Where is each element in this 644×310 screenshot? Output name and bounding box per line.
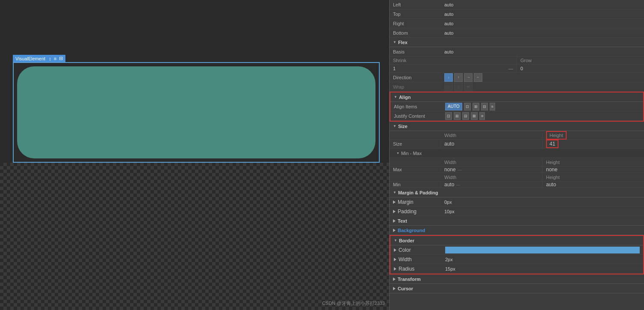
- transform-label: Transform: [398, 277, 421, 282]
- size-values-row: Size auto 41: [390, 140, 644, 149]
- direction-label: Direction: [393, 75, 444, 80]
- align-auto-btn[interactable]: AUTO: [445, 103, 462, 110]
- padding-value: 10px: [444, 209, 641, 214]
- flex-section-header: ▼ Flex: [390, 38, 644, 47]
- text-arrow: [393, 219, 396, 223]
- text-section-header: Text: [390, 216, 644, 226]
- align-btn-2[interactable]: ⊞: [473, 103, 479, 110]
- wrap-btn-3[interactable]: ↵: [464, 83, 473, 91]
- dir-btn-4[interactable]: ←: [474, 73, 482, 82]
- border-width-value: 2px: [445, 257, 640, 262]
- max-col-headers: Width Height: [390, 158, 644, 167]
- max-values-row: Max none — none: [390, 167, 644, 173]
- color-bar[interactable]: [445, 247, 640, 253]
- justify-btn-4[interactable]: ⊠: [471, 112, 478, 120]
- wrap-btn-1[interactable]: ⋯: [444, 83, 453, 91]
- justify-btn-2[interactable]: ⊞: [454, 112, 461, 120]
- border-width-arrow: [394, 258, 396, 261]
- align-items-buttons: AUTO ⊡ ⊞ ⊟ ≡: [445, 103, 496, 110]
- justify-content-buttons: ⊡ ⊞ ⊟ ⊠ ≡: [445, 112, 486, 120]
- dir-btn-2[interactable]: ↑: [454, 73, 463, 82]
- min-max-triangle: ▼: [396, 152, 399, 155]
- min-width-value: auto: [444, 182, 454, 188]
- wrap-btn-2[interactable]: ⋮: [454, 83, 463, 91]
- max-width-value: none: [444, 167, 456, 173]
- prop-direction: Direction ↓ ↑ → ←: [390, 73, 644, 82]
- color-label: Color: [399, 247, 411, 253]
- padding-label: Padding: [398, 209, 417, 215]
- size-section-label: Size: [398, 124, 408, 129]
- size-label: Size: [390, 140, 441, 148]
- margin-label: Margin: [398, 199, 414, 205]
- prop-padding: Padding 10px: [390, 207, 644, 216]
- height-value-highlight: 41: [546, 140, 558, 148]
- min-width-col-label: Width: [444, 175, 456, 180]
- border-section-label: Border: [399, 238, 414, 243]
- justify-content-label: Justify Content: [394, 113, 445, 119]
- size-width-cell: auto: [441, 140, 542, 148]
- align-section-label: Align: [399, 95, 411, 100]
- prop-border-radius: Radius 15px: [390, 264, 643, 274]
- min-width-dash: —: [456, 182, 460, 187]
- prop-top: Top auto: [390, 9, 644, 19]
- align-btn-3[interactable]: ⊟: [481, 103, 488, 110]
- border-radius-arrow: [394, 267, 396, 271]
- align-btn-1[interactable]: ⊡: [464, 103, 471, 110]
- prop-left: Left auto: [390, 0, 644, 9]
- border-section: ▼ Border Color Width 2px Radius 15: [390, 235, 644, 274]
- prop-margin: Margin 0px: [390, 197, 644, 207]
- size-height-cell: 41: [543, 140, 644, 148]
- size-section-header: ▼ Size: [390, 122, 644, 131]
- flex-section-label: Flex: [398, 40, 408, 45]
- watermark: CSDN @牙膏上的小苏打2333: [322, 300, 385, 307]
- width-col-label: Width: [444, 133, 456, 138]
- shrink-grow-header-row: Shrink Grow: [390, 57, 644, 65]
- size-height-value: 41: [549, 141, 555, 147]
- max-height-value: none: [546, 167, 558, 173]
- align-btn-4[interactable]: ≡: [490, 103, 495, 110]
- min-values-row: Min auto — auto: [390, 182, 644, 188]
- color-arrow: [394, 248, 396, 252]
- top-value: auto: [444, 12, 641, 17]
- min-height-value: auto: [546, 182, 556, 188]
- element-label[interactable]: VisualElement ↕ ≡ ⊟: [13, 55, 65, 62]
- justify-btn-5[interactable]: ≡: [479, 112, 485, 120]
- align-section: ▼ Align Align Items AUTO ⊡ ⊞ ⊟ ≡ Justify…: [390, 92, 644, 122]
- left-label: Left: [393, 2, 444, 7]
- direction-buttons: ↓ ↑ → ←: [444, 73, 482, 82]
- max-width-col-label: Width: [444, 160, 456, 165]
- element-label-text: VisualElement: [15, 56, 45, 61]
- justify-btn-1[interactable]: ⊡: [445, 112, 452, 120]
- border-radius-label: Radius: [399, 266, 414, 272]
- right-label: Right: [393, 21, 444, 26]
- min-max-label: Min - Max: [401, 151, 422, 156]
- prop-flex-basis: Basis auto: [390, 47, 644, 57]
- max-height-col-label: Height: [546, 160, 560, 165]
- bottom-value: auto: [444, 30, 641, 36]
- visual-element-box: [13, 62, 380, 163]
- bottom-area: [0, 163, 389, 310]
- right-value: auto: [444, 21, 641, 26]
- text-section-label: Text: [398, 218, 407, 224]
- flex-triangle: ▼: [393, 40, 396, 44]
- margin-triangle: ▼: [393, 191, 396, 194]
- max-label: Max: [390, 167, 441, 173]
- min-max-header: ▼ Min - Max: [390, 149, 644, 158]
- prop-wrap: Wrap ⋯ ⋮ ↵: [390, 82, 644, 92]
- prop-align-items: Align Items AUTO ⊡ ⊞ ⊟ ≡: [390, 102, 643, 111]
- wrap-buttons: ⋯ ⋮ ↵: [444, 83, 473, 91]
- dir-btn-3[interactable]: →: [464, 73, 473, 82]
- icon-sort: ↕: [49, 56, 51, 61]
- prop-border-color: Color: [390, 245, 643, 255]
- flex-basis-label: Basis: [393, 49, 444, 54]
- margin-padding-section-header: ▼ Margin & Padding: [390, 188, 644, 197]
- min-label: Min: [390, 182, 441, 188]
- justify-btn-3[interactable]: ⊟: [462, 112, 469, 120]
- margin-arrow: [393, 200, 396, 204]
- background-section-header[interactable]: Background: [390, 226, 644, 235]
- border-section-header: ▼ Border: [390, 236, 643, 245]
- wrap-label: Wrap: [393, 84, 444, 89]
- background-section-label: Background: [398, 228, 425, 233]
- prop-border-width: Width 2px: [390, 255, 643, 264]
- dir-btn-1[interactable]: ↓: [444, 73, 453, 82]
